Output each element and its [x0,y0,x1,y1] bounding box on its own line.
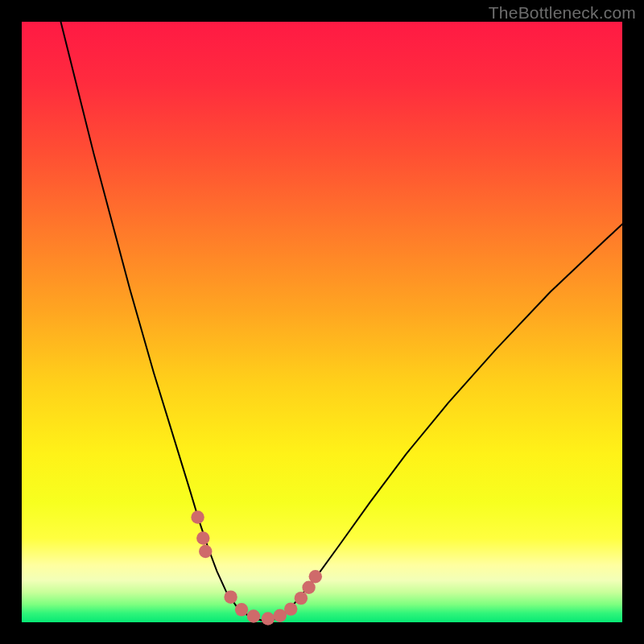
marker-dot [199,545,212,558]
marker-dot [224,590,237,603]
marker-dot [247,609,260,622]
marker-dot [295,592,308,605]
watermark-text: TheBottleneck.com [489,3,636,23]
outer-frame: TheBottleneck.com [0,0,644,644]
marker-dot [191,510,204,523]
marker-dot [284,602,297,615]
plot-svg [0,0,644,644]
marker-dot [235,603,248,616]
marker-dot [262,612,275,625]
marker-dot [196,531,209,544]
gradient-background [22,22,622,622]
marker-dot [309,570,322,583]
